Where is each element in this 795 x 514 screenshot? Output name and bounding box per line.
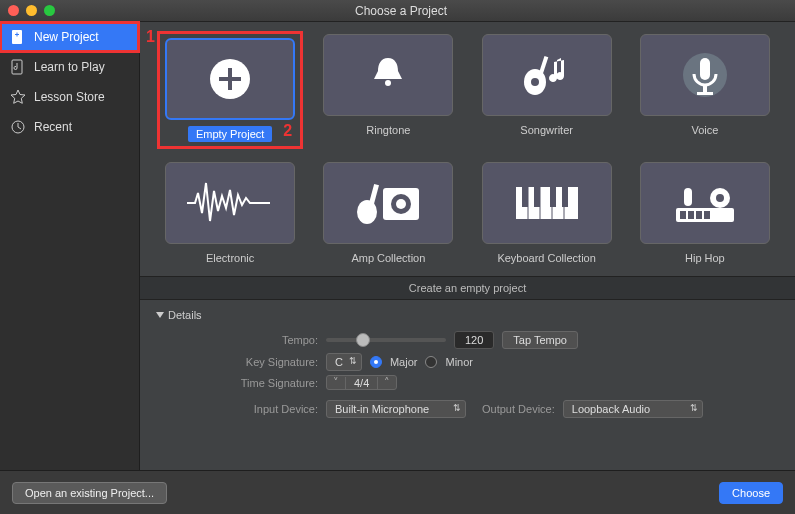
minor-radio[interactable] [425, 356, 437, 368]
sidebar-item-new-project[interactable]: New Project 1 [0, 22, 139, 52]
annotation-number: 1 [146, 28, 155, 46]
open-existing-button[interactable]: Open an existing Project... [12, 482, 167, 504]
sidebar-item-lesson-store[interactable]: Lesson Store [0, 82, 139, 112]
keys-icon [512, 181, 582, 225]
svg-rect-37 [684, 188, 692, 206]
key-select[interactable]: C [326, 353, 362, 371]
footer: Open an existing Project... Choose [0, 470, 795, 514]
choose-button[interactable]: Choose [719, 482, 783, 504]
svg-rect-23 [534, 187, 540, 207]
svg-point-8 [385, 80, 391, 86]
disclosure-triangle-icon [156, 312, 164, 318]
output-device-select[interactable]: Loopback Audio [563, 400, 703, 418]
svg-rect-34 [704, 211, 710, 219]
star-icon [10, 89, 26, 105]
svg-rect-13 [700, 58, 710, 80]
window-title: Choose a Project [15, 4, 787, 18]
slider-knob[interactable] [356, 333, 370, 347]
svg-rect-31 [680, 211, 686, 219]
svg-rect-22 [522, 187, 528, 207]
template-label: Empty Project [188, 126, 272, 142]
template-empty-project[interactable]: Empty Project 2 [160, 34, 300, 146]
content: Empty Project 2 Ringtone Songwriter [140, 22, 795, 470]
svg-rect-25 [562, 187, 568, 207]
template-description: Create an empty project [140, 276, 795, 300]
template-thumb [165, 38, 295, 120]
stepper-up-icon[interactable]: ˄ [378, 376, 396, 389]
template-hip-hop[interactable]: Hip Hop [635, 162, 775, 266]
template-label: Voice [683, 122, 726, 138]
titlebar: Choose a Project [0, 0, 795, 22]
template-thumb [640, 162, 770, 244]
template-label: Songwriter [512, 122, 581, 138]
sidebar-item-label: Recent [34, 120, 72, 134]
key-signature-label: Key Signature: [156, 356, 318, 368]
template-ringtone[interactable]: Ringtone [318, 34, 458, 146]
time-signature-label: Time Signature: [156, 377, 318, 389]
time-signature-stepper[interactable]: ˅ 4/4 ˄ [326, 375, 397, 390]
minor-label: Minor [445, 356, 473, 368]
template-voice[interactable]: Voice [635, 34, 775, 146]
amp-icon [353, 178, 423, 228]
template-thumb [323, 34, 453, 116]
template-label: Ringtone [358, 122, 418, 138]
sidebar-item-label: Learn to Play [34, 60, 105, 74]
template-songwriter[interactable]: Songwriter [477, 34, 617, 146]
template-electronic[interactable]: Electronic [160, 162, 300, 266]
svg-rect-0 [12, 30, 22, 44]
sidebar-item-label: New Project [34, 30, 99, 44]
details-toggle[interactable]: Details [156, 309, 202, 321]
annotation-number: 2 [283, 122, 292, 140]
template-keyboard-collection[interactable]: Keyboard Collection [477, 162, 617, 266]
svg-rect-33 [696, 211, 702, 219]
svg-rect-15 [697, 92, 713, 95]
sidebar-item-learn-to-play[interactable]: Learn to Play [0, 52, 139, 82]
template-amp-collection[interactable]: Amp Collection [318, 162, 458, 266]
svg-rect-14 [703, 85, 707, 92]
tempo-value[interactable]: 120 [454, 331, 494, 349]
template-thumb [482, 34, 612, 116]
input-device-label: Input Device: [156, 403, 318, 415]
template-thumb [323, 162, 453, 244]
svg-rect-32 [688, 211, 694, 219]
output-device-label: Output Device: [482, 403, 555, 415]
svg-rect-2 [17, 33, 18, 37]
sidebar-item-label: Lesson Store [34, 90, 105, 104]
svg-rect-20 [368, 184, 379, 208]
details-label: Details [168, 309, 202, 321]
template-label: Hip Hop [677, 250, 733, 266]
svg-point-11 [531, 78, 539, 86]
svg-rect-7 [219, 77, 241, 81]
sidebar-item-recent[interactable]: Recent [0, 112, 139, 142]
sidebar: New Project 1 Learn to Play Lesson Store… [0, 22, 140, 470]
major-label: Major [390, 356, 418, 368]
time-signature-value: 4/4 [345, 377, 378, 389]
input-device-select[interactable]: Built-in Microphone [326, 400, 466, 418]
tempo-slider[interactable] [326, 338, 446, 342]
template-label: Amp Collection [343, 250, 433, 266]
template-label: Electronic [198, 250, 262, 266]
svg-rect-24 [550, 187, 556, 207]
stepper-down-icon[interactable]: ˅ [327, 376, 345, 389]
wave-icon [185, 178, 275, 228]
plus-circle-icon [205, 54, 255, 104]
major-radio[interactable] [370, 356, 382, 368]
template-grid: Empty Project 2 Ringtone Songwriter [140, 22, 795, 266]
mic-icon [680, 50, 730, 100]
clock-icon [10, 119, 26, 135]
note-doc-icon [10, 59, 26, 75]
template-thumb [165, 162, 295, 244]
template-thumb [482, 162, 612, 244]
details-panel: Details Tempo: 120 Tap Tempo Key Signatu… [140, 300, 795, 426]
bell-icon [363, 50, 413, 100]
template-label: Keyboard Collection [489, 250, 603, 266]
plus-doc-icon [10, 29, 26, 45]
hiphop-icon [670, 178, 740, 228]
tap-tempo-button[interactable]: Tap Tempo [502, 331, 578, 349]
svg-point-18 [396, 199, 406, 209]
template-thumb [640, 34, 770, 116]
guitar-icon [517, 50, 577, 100]
tempo-label: Tempo: [156, 334, 318, 346]
svg-point-36 [716, 194, 724, 202]
